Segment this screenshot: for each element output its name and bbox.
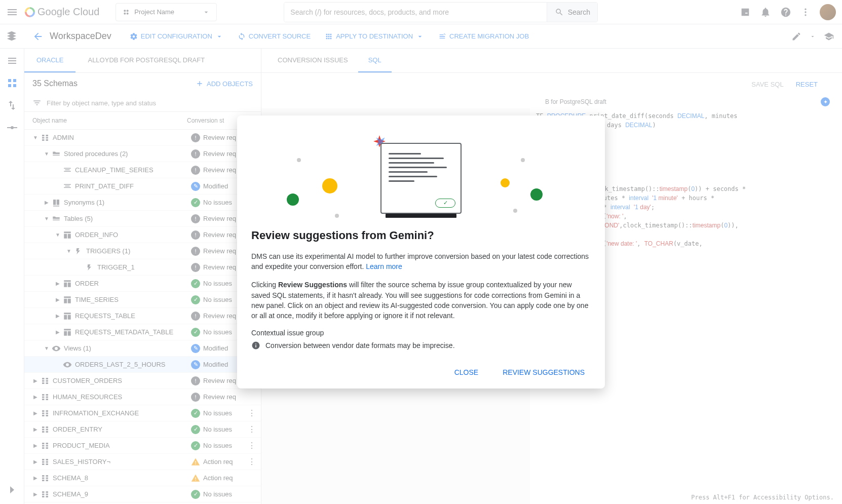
- dialog-illustration: ✓: [251, 128, 591, 229]
- gemini-suggestions-dialog: ✓ Review suggestions from Gemini? DMS ca…: [237, 115, 605, 389]
- issue-text: Conversion between vendor date formats m…: [265, 341, 455, 350]
- dialog-title: Review suggestions from Gemini?: [251, 229, 591, 242]
- close-button[interactable]: CLOSE: [448, 364, 484, 380]
- dialog-body-1: DMS can use its experimental AI model to…: [251, 251, 591, 272]
- info-icon: [251, 341, 260, 350]
- dialog-body-2: Clicking Review Suggestions will filter …: [251, 280, 591, 321]
- review-suggestions-button[interactable]: REVIEW SUGGESTIONS: [496, 364, 591, 380]
- issue-row: Conversion between vendor date formats m…: [251, 341, 591, 350]
- learn-more-link[interactable]: Learn more: [366, 262, 402, 270]
- dialog-subtitle: Contextual issue group: [251, 329, 591, 337]
- dialog-backdrop[interactable]: ✓ Review suggestions from Gemini? DMS ca…: [0, 0, 842, 504]
